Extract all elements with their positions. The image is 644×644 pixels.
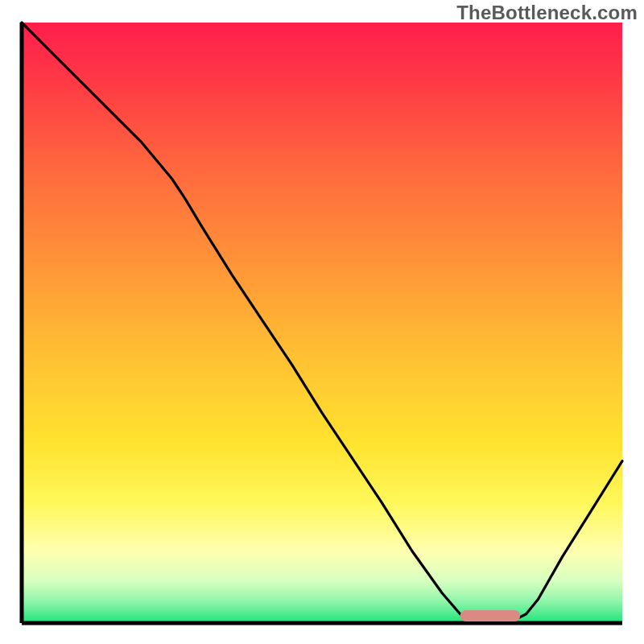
- optimal-zone-marker: [460, 610, 521, 621]
- bottleneck-chart: [0, 0, 644, 644]
- watermark-text: TheBottleneck.com: [456, 2, 638, 24]
- chart-container: TheBottleneck.com: [0, 0, 644, 644]
